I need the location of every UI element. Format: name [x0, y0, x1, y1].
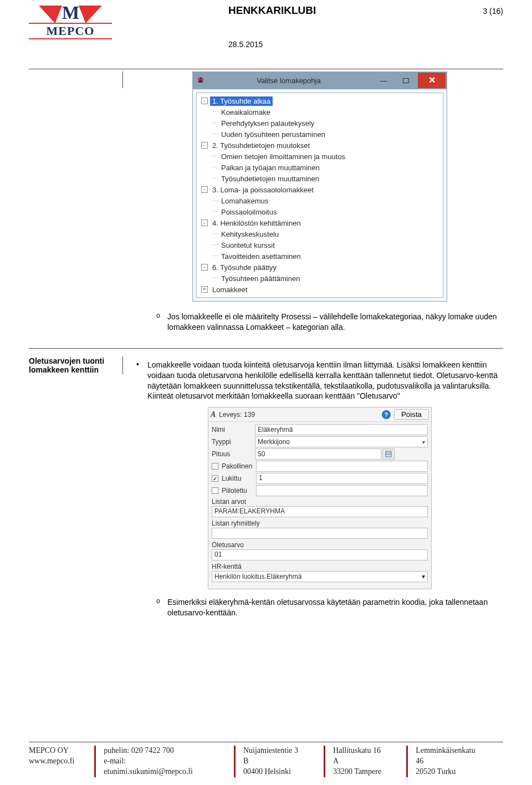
document-title: HENKKARIKLUBI	[228, 4, 459, 17]
app-icon	[196, 76, 205, 85]
wing-right-icon	[79, 6, 102, 23]
tree-item-label: Uuden työsuhteen perustaminen	[219, 130, 328, 139]
tree-guide-icon: ⋯	[212, 164, 218, 171]
tree-item[interactable]: ⋯Poissaoloilmoitus	[198, 206, 442, 217]
collapse-icon[interactable]: -	[201, 220, 208, 226]
pituus-label: Pituus	[212, 450, 255, 458]
footer-col-address1: Nuijamiestentie 3 B 00400 Helsinki	[234, 746, 311, 777]
listan-ryhmittely-input[interactable]	[212, 528, 428, 539]
pituus-input[interactable]: 50	[255, 448, 381, 460]
pakollinen-input[interactable]	[256, 461, 428, 472]
tree-item-label: Perehdytyksen palautekysely	[219, 119, 316, 128]
footer-addr3-street: Lemminkäisenkatu 46	[416, 746, 483, 767]
tree-guide-icon: ⋯	[212, 208, 218, 216]
help-icon[interactable]: ?	[382, 410, 391, 419]
tree-item[interactable]: -6. Työsuhde päättyy	[198, 262, 442, 273]
tree-item[interactable]: ⋯Suoritetut kurssit	[198, 239, 442, 251]
piilotettu-label: Piilotettu	[222, 487, 255, 495]
tree-item[interactable]: ⋯Perehdytyksen palautekysely	[198, 118, 442, 129]
footer-rule	[29, 742, 503, 742]
lukittu-label: Lukittu	[222, 475, 255, 482]
footer-email: e-mail: etunimi.sukunimi@mepco.fi	[104, 756, 214, 777]
grid-icon	[385, 451, 392, 457]
footer-website: www.mepco.fi	[29, 756, 74, 767]
tree-item[interactable]: ⋯Työsuhdetietojen muuttaminen	[198, 173, 442, 184]
hrkentta-select[interactable]: Henkilön luokitus.Eläkeryhmä▾	[212, 571, 428, 582]
chevron-down-icon: ▾	[422, 573, 425, 580]
tree-item[interactable]: ⋯Palkan ja työajan muuttaminen	[198, 162, 442, 173]
tyyppi-select[interactable]: Merkkijono▾	[255, 436, 428, 447]
tree-item[interactable]: -1. Työsuhde alkaa	[198, 95, 442, 106]
tree-guide-icon: ⋯	[212, 120, 218, 127]
panel-top-bar: A Leveys: 139 ? Poista	[208, 407, 431, 422]
footer-addr2-street: Hallituskatu 16 A	[333, 746, 386, 767]
tree-item[interactable]: ⋯Lomahakemus	[198, 195, 442, 206]
example-bullet: o Esimerkiksi eläkeryhmä-kentän oletusar…	[156, 597, 503, 618]
footer-addr1-street: Nuijamiestentie 3 B	[243, 746, 304, 767]
tree-item-label: Työsuhteen päättäminen	[219, 274, 302, 283]
tree-item[interactable]: -2. Työsuhdetietojen muutokset	[198, 140, 442, 151]
collapse-icon[interactable]: -	[201, 264, 208, 271]
svg-rect-0	[386, 451, 391, 457]
tree-item[interactable]: ⋯Tavoitteiden asettaminen	[198, 251, 442, 262]
field-properties-panel: A Leveys: 139 ? Poista Nimi Eläkeryhmä T…	[208, 407, 432, 589]
collapse-icon[interactable]: -	[201, 142, 208, 149]
collapse-icon[interactable]: -	[201, 186, 208, 193]
defaults-paragraph: Lomakkeelle voidaan tuoda kiinteitä olet…	[147, 360, 503, 402]
tree-guide-icon: ⋯	[212, 275, 218, 282]
bullet-circle-icon: o	[156, 312, 167, 333]
tree-item[interactable]: -4. Henkilöstön kehittäminen	[198, 217, 442, 228]
window-minimize-button[interactable]: —	[372, 74, 395, 87]
tree-guide-icon: ⋯	[212, 197, 218, 205]
tree-item-label: Työsuhdetietojen muuttaminen	[219, 174, 321, 183]
collapse-icon[interactable]: -	[201, 98, 208, 104]
tree-item[interactable]: ⋯Työsuhteen päättäminen	[198, 273, 442, 284]
logo-m-icon: M	[62, 3, 79, 24]
listan-arvot-label: Listan arvot	[212, 498, 428, 506]
lukittu-input[interactable]: 1	[256, 473, 428, 484]
tree-item[interactable]: +Lomakkeet	[198, 284, 442, 295]
tree-item-label: Tavoitteiden asettaminen	[219, 252, 303, 261]
leveys-label: Leveys: 139	[219, 411, 255, 419]
piilotettu-checkbox[interactable]	[212, 487, 218, 494]
tree-item-label: Koeaikalomake	[219, 108, 273, 117]
oletusarvo-input[interactable]: 01	[212, 549, 428, 560]
footer-company-name: MEPCO OY	[29, 746, 74, 756]
form-template-tree[interactable]: -1. Työsuhde alkaa⋯Koeaikalomake⋯Perehdy…	[196, 93, 443, 298]
footer-col-address3: Lemminkäisenkatu 46 20520 Turku	[406, 746, 491, 777]
window-maximize-button[interactable]	[395, 74, 417, 87]
tree-item-label: Palkan ja työajan muuttaminen	[219, 163, 322, 172]
bullet-circle-icon: o	[156, 597, 167, 618]
tree-guide-icon: ⋯	[212, 253, 218, 260]
tree-item[interactable]: ⋯Uuden työsuhteen perustaminen	[198, 129, 442, 140]
note-bullet: o Jos lomakkeelle ei ole määritelty Pros…	[156, 312, 503, 333]
tree-item[interactable]: ⋯Kehityskeskustelu	[198, 228, 442, 239]
poista-button[interactable]: Poista	[394, 409, 429, 420]
footer-col-company: MEPCO OY www.mepco.fi	[29, 746, 82, 777]
piilotettu-input[interactable]	[256, 485, 428, 496]
dialog-valitse-lomakepohja: Valitse lomakepohja — ✕ -1. Työsuhde alk…	[192, 72, 447, 302]
footer-addr3-city: 20520 Turku	[416, 767, 483, 777]
header-rule	[29, 69, 503, 69]
footer-addr1-city: 00400 Helsinki	[243, 767, 304, 777]
dialog-titlebar[interactable]: Valitse lomakepohja — ✕	[193, 72, 447, 89]
wing-left-icon	[39, 6, 62, 23]
tree-guide-icon: ⋯	[212, 231, 218, 238]
listan-arvot-input[interactable]: PARAM:ELAKERYHMA	[212, 506, 428, 517]
tree-item[interactable]: ⋯Koeaikalomake	[198, 106, 442, 118]
tree-item-label: Lomakkeet	[210, 285, 250, 294]
window-close-button[interactable]: ✕	[418, 73, 446, 88]
expand-icon[interactable]: +	[201, 286, 208, 293]
pakollinen-checkbox[interactable]	[212, 463, 218, 470]
page-footer: MEPCO OY www.mepco.fi puhelin: 020 7422 …	[0, 742, 532, 777]
bullet-dot-icon: •	[136, 360, 147, 402]
listan-ryhmittely-label: Listan ryhmittely	[212, 519, 428, 527]
tree-item[interactable]: ⋯Omien tietojen ilmoittaminen ja muutos	[198, 151, 442, 162]
tree-guide-icon: ⋯	[212, 109, 218, 116]
tree-guide-icon: ⋯	[212, 242, 218, 249]
tree-item[interactable]: -3. Loma- ja poissaololomakkeet	[198, 184, 442, 195]
lukittu-checkbox[interactable]: ✓	[212, 475, 218, 482]
pituus-picker-button[interactable]	[382, 448, 395, 460]
nimi-input[interactable]: Eläkeryhmä	[255, 424, 428, 435]
text-format-icon[interactable]: A	[211, 410, 216, 419]
